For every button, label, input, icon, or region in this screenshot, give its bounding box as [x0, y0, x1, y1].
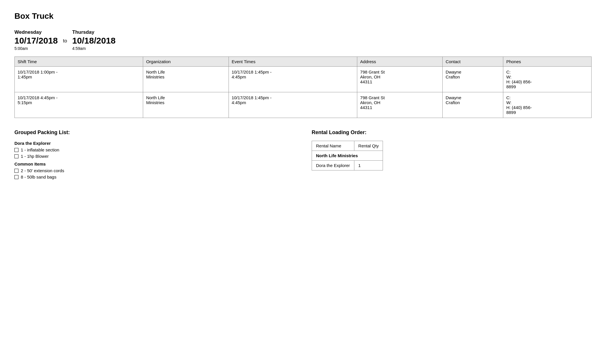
table-cell-contact: Dwayne Crafton	[443, 67, 503, 92]
rental-table: Rental NameRental Qty North Life Ministr…	[312, 141, 383, 170]
rental-header-row: Rental NameRental Qty	[312, 141, 383, 151]
packing-group-title: Dora the Explorer	[14, 141, 294, 146]
rental-body: North Life MinistriesDora the Explorer1	[312, 151, 383, 170]
packing-list-section: Grouped Packing List: Dora the Explorer1…	[14, 130, 294, 181]
table-row: 10/17/2018 1:00pm - 1:45pmNorth Life Min…	[15, 67, 592, 92]
bottom-section: Grouped Packing List: Dora the Explorer1…	[14, 130, 592, 181]
rental-group-row: North Life Ministries	[312, 151, 383, 161]
table-row: 10/17/2018 4:45pm - 5:15pmNorth Life Min…	[15, 92, 592, 118]
packing-item-label: 1 - inflatable section	[21, 147, 59, 152]
packing-list-title: Grouped Packing List:	[14, 130, 294, 136]
packing-item-label: 8 - 50lb sand bags	[21, 175, 56, 179]
date-to: Thursday 10/18/2018 4:59am	[72, 29, 115, 51]
date-from-value: 10/17/2018	[14, 36, 58, 46]
table-cell-phones: C: W: H: (440) 856- 8899	[503, 92, 592, 118]
packing-item: 8 - 50lb sand bags	[14, 175, 294, 179]
table-cell-phones: C: W: H: (440) 856- 8899	[503, 67, 592, 92]
table-body: 10/17/2018 1:00pm - 1:45pmNorth Life Min…	[15, 67, 592, 118]
schedule-table: Shift TimeOrganizationEvent TimesAddress…	[14, 57, 592, 118]
table-cell-event_times: 10/17/2018 1:45pm - 4:45pm	[229, 92, 357, 118]
table-cell-organization: North Life Ministries	[143, 67, 229, 92]
packing-group-title: Common Items	[14, 162, 294, 166]
page-title: Box Truck	[14, 12, 592, 21]
day-from-label: Wednesday	[14, 29, 58, 35]
day-to-label: Thursday	[72, 29, 115, 35]
table-header-cell: Organization	[143, 57, 229, 67]
checkbox-icon	[14, 154, 18, 158]
table-header-cell: Event Times	[229, 57, 357, 67]
packing-item: 1 - 1hp Blower	[14, 154, 294, 159]
time-to-value: 4:59am	[72, 46, 115, 51]
rental-group-name: North Life Ministries	[312, 151, 383, 161]
table-header-cell: Phones	[503, 57, 592, 67]
time-from-value: 5:00am	[14, 46, 58, 51]
table-cell-event_times: 10/17/2018 1:45pm - 4:45pm	[229, 67, 357, 92]
table-header-cell: Contact	[443, 57, 503, 67]
packing-item: 1 - inflatable section	[14, 147, 294, 152]
rental-header-cell: Rental Qty	[354, 141, 383, 151]
packing-item-label: 2 - 50' extension cords	[21, 168, 64, 173]
packing-list-content: Dora the Explorer1 - inflatable section1…	[14, 141, 294, 179]
date-from: Wednesday 10/17/2018 5:00am	[14, 29, 58, 51]
table-header-cell: Shift Time	[15, 57, 143, 67]
rental-item-row: Dora the Explorer1	[312, 161, 383, 170]
table-cell-shift_time: 10/17/2018 1:00pm - 1:45pm	[15, 67, 143, 92]
rental-order-section: Rental Loading Order: Rental NameRental …	[312, 130, 592, 181]
table-header-cell: Address	[357, 57, 443, 67]
table-cell-address: 798 Grant St Akron, OH 44311	[357, 92, 443, 118]
table-cell-organization: North Life Ministries	[143, 92, 229, 118]
rental-header-cell: Rental Name	[312, 141, 354, 151]
to-label: to	[58, 29, 72, 44]
table-cell-shift_time: 10/17/2018 4:45pm - 5:15pm	[15, 92, 143, 118]
table-cell-address: 798 Grant St Akron, OH 44311	[357, 67, 443, 92]
checkbox-icon	[14, 148, 18, 152]
packing-item: 2 - 50' extension cords	[14, 168, 294, 173]
table-cell-contact: Dwayne Crafton	[443, 92, 503, 118]
packing-item-label: 1 - 1hp Blower	[21, 154, 49, 159]
date-to-value: 10/18/2018	[72, 36, 115, 46]
rental-item-name: Dora the Explorer	[312, 161, 354, 170]
rental-item-qty: 1	[354, 161, 383, 170]
checkbox-icon	[14, 175, 18, 179]
table-header-row: Shift TimeOrganizationEvent TimesAddress…	[15, 57, 592, 67]
rental-order-title: Rental Loading Order:	[312, 130, 592, 136]
checkbox-icon	[14, 169, 18, 173]
date-section: Wednesday 10/17/2018 5:00am to Thursday …	[14, 29, 592, 51]
